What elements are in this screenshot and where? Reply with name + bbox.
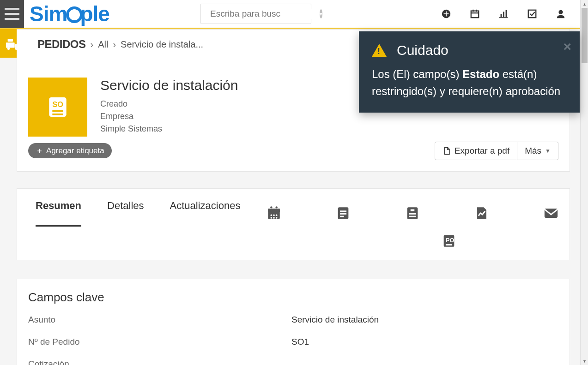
- tabs-card: Resumen Detalles Actualizaciones PO: [17, 188, 570, 260]
- tab-detalles[interactable]: Detalles: [107, 200, 144, 227]
- export-pdf-label: Exportar a pdf: [455, 146, 509, 156]
- reports-icon[interactable]: [498, 8, 509, 19]
- calendar-tab-icon[interactable]: [266, 205, 282, 221]
- svg-rect-41: [409, 216, 416, 217]
- add-tag-button[interactable]: ＋ Agregar etiqueta: [28, 143, 112, 158]
- breadcrumb-item-all[interactable]: All: [98, 39, 108, 50]
- svg-rect-15: [6, 42, 15, 48]
- svg-rect-35: [340, 210, 346, 212]
- svg-rect-23: [52, 114, 63, 115]
- po-tab-icon[interactable]: PO: [441, 233, 457, 249]
- kv-row: Cotización: [28, 359, 558, 365]
- chart-doc-tab-icon[interactable]: [474, 205, 490, 221]
- svg-point-26: [271, 206, 273, 208]
- svg-rect-10: [503, 12, 504, 17]
- kv-value: Servicio de instalación: [291, 315, 379, 325]
- key-fields-card: Campos clave Asunto Servicio de instalac…: [17, 279, 570, 365]
- svg-rect-11: [506, 10, 507, 18]
- notes-tab-icon[interactable]: [335, 205, 351, 221]
- tabs-row: Resumen Detalles Actualizaciones: [36, 200, 551, 227]
- breadcrumb-item-current[interactable]: Servicio de instala...: [121, 39, 203, 50]
- svg-point-27: [276, 206, 278, 208]
- svg-point-30: [276, 214, 278, 216]
- plus-icon: ＋: [36, 145, 43, 156]
- svg-rect-40: [409, 213, 416, 215]
- chevron-right-icon: ›: [113, 39, 116, 50]
- svg-rect-42: [545, 209, 558, 218]
- record-company-label: Empresa: [100, 110, 238, 123]
- scroll-up-arrow[interactable]: ▴: [581, 0, 588, 8]
- svg-rect-25: [268, 209, 280, 212]
- tab-resumen[interactable]: Resumen: [36, 200, 81, 227]
- top-icon-bar: [441, 8, 566, 19]
- tab-actualizaciones[interactable]: Actualizaciones: [170, 200, 241, 227]
- user-icon[interactable]: [555, 8, 566, 19]
- svg-point-28: [271, 214, 273, 216]
- warning-title: Cuidado: [397, 42, 449, 58]
- close-icon[interactable]: ×: [563, 39, 571, 54]
- file-icon: [443, 147, 451, 155]
- more-label: Más: [525, 146, 541, 156]
- svg-point-31: [271, 217, 273, 219]
- svg-rect-5: [471, 11, 479, 18]
- warning-toast: × Cuidado Los (El) campo(s) Estado está(…: [359, 31, 580, 113]
- warning-body: Los (El) campo(s) Estado está(n) restrin…: [372, 66, 567, 100]
- breadcrumb-root[interactable]: PEDIDOS: [37, 38, 86, 51]
- svg-text:SO: SO: [52, 100, 63, 108]
- kv-label: Cotización: [28, 359, 291, 365]
- svg-point-32: [273, 217, 275, 219]
- svg-rect-13: [528, 10, 536, 18]
- add-tag-label: Agregar etiqueta: [46, 146, 104, 156]
- svg-point-17: [7, 47, 10, 50]
- tasks-icon[interactable]: [527, 8, 538, 19]
- warning-body-part: Los (El) campo(s): [372, 68, 462, 80]
- more-actions-button[interactable]: Más ▼: [517, 142, 558, 160]
- vertical-scrollbar[interactable]: ▴ ▾: [580, 0, 588, 365]
- record-title: Servicio de instalación: [100, 78, 238, 93]
- svg-rect-45: [446, 244, 452, 245]
- kv-label: Nº de Pedido: [28, 337, 291, 347]
- svg-rect-9: [501, 14, 502, 17]
- svg-rect-39: [411, 209, 415, 211]
- svg-rect-37: [340, 216, 344, 217]
- mail-tab-icon[interactable]: [543, 205, 559, 221]
- brand-logo[interactable]: Sim ple: [30, 1, 109, 26]
- kv-row: Nº de Pedido SO1: [28, 337, 558, 347]
- kv-value: SO1: [291, 337, 309, 347]
- record-type-icon: SO: [28, 78, 87, 137]
- svg-text:PO: PO: [446, 237, 455, 244]
- svg-rect-36: [340, 213, 346, 215]
- svg-point-29: [273, 214, 275, 216]
- kv-label: Asunto: [28, 315, 291, 325]
- svg-rect-4: [444, 13, 449, 14]
- chevron-right-icon: ›: [91, 39, 94, 50]
- add-icon[interactable]: [441, 8, 452, 19]
- caret-down-icon: ▼: [545, 148, 551, 154]
- scroll-down-arrow[interactable]: ▾: [581, 357, 588, 365]
- warning-icon: [372, 44, 387, 57]
- svg-point-33: [276, 217, 278, 219]
- key-fields-heading: Campos clave: [28, 290, 558, 305]
- record-meta: Servicio de instalación Creado Empresa S…: [100, 78, 238, 137]
- action-bar: Exportar a pdf Más ▼: [435, 142, 558, 160]
- warning-body-bold: Estado: [462, 68, 499, 80]
- chevron-down-icon[interactable]: ▾: [320, 9, 322, 18]
- scrollbar-thumb[interactable]: [582, 8, 588, 63]
- hamburger-menu-button[interactable]: [0, 0, 24, 28]
- global-search[interactable]: ▾: [200, 4, 311, 24]
- record-company-value: Simple Sistemas: [100, 123, 238, 135]
- top-bar: Sim ple ▾: [0, 0, 580, 29]
- kv-row: Asunto Servicio de instalación: [28, 315, 558, 325]
- invoice-tab-icon[interactable]: [405, 205, 420, 221]
- calendar-icon[interactable]: [469, 8, 480, 19]
- export-pdf-button[interactable]: Exportar a pdf: [435, 142, 517, 160]
- svg-point-14: [558, 10, 563, 14]
- search-input[interactable]: [210, 9, 320, 19]
- svg-rect-22: [52, 110, 63, 112]
- record-status: Creado: [100, 98, 238, 110]
- svg-rect-19: [8, 39, 13, 42]
